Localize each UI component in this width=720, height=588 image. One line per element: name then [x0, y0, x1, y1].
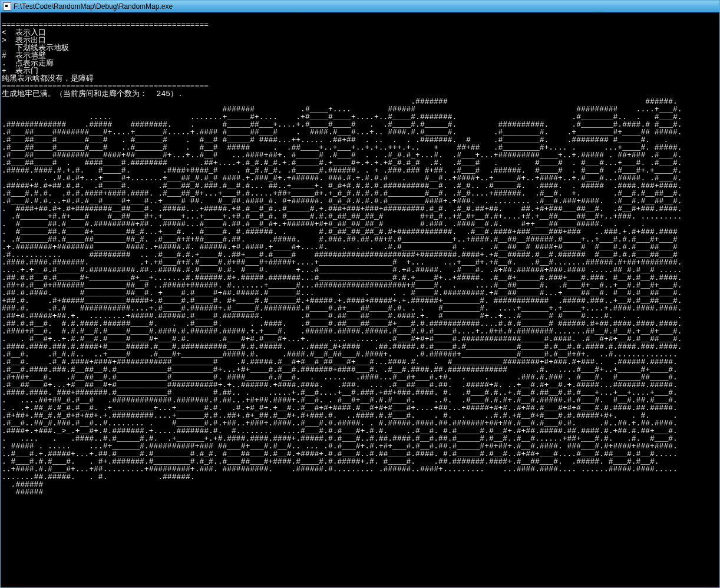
window-title: F:\TestCode\RandomMap\Debug\RandomMap.ex…	[14, 2, 173, 11]
console-output: ========================================…	[1, 20, 719, 580]
app-icon	[3, 2, 11, 11]
titlebar[interactable]: F:\TestCode\RandomMap\Debug\RandomMap.ex…	[1, 1, 719, 12]
console-window: F:\TestCode\RandomMap\Debug\RandomMap.ex…	[0, 0, 720, 588]
